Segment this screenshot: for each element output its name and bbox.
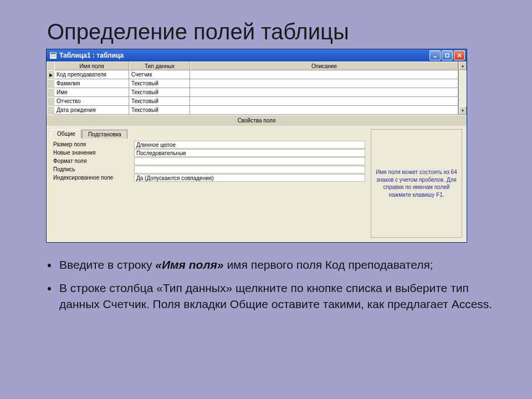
cell-desc[interactable]	[190, 97, 458, 106]
slide-title: Определение полей таблицы	[47, 19, 502, 44]
cell-type[interactable]: Текстовый	[129, 97, 190, 106]
cell-name[interactable]: Код преподавателя	[54, 70, 129, 79]
row-marker[interactable]	[47, 106, 54, 115]
field-properties-title: Свойства поля	[47, 115, 467, 126]
scroll-track[interactable]	[459, 70, 467, 106]
cell-desc[interactable]	[190, 70, 458, 79]
prop-label: Размер поля	[51, 141, 134, 147]
property-row[interactable]: Размер поля Длинное целое	[51, 140, 365, 149]
prop-value[interactable]: Длинное целое	[134, 141, 365, 149]
window-buttons	[429, 50, 465, 60]
prop-label: Подпись	[51, 166, 134, 172]
access-window: Таблица1 : таблица Имя поля Тип данных О…	[46, 49, 467, 243]
col-header-desc[interactable]: Описание	[190, 62, 458, 70]
close-button[interactable]	[454, 50, 465, 60]
table-icon	[49, 52, 57, 59]
grid-header-row: Имя поля Тип данных Описание	[47, 62, 458, 70]
property-list: Размер поля Длинное целое Новые значения…	[51, 140, 365, 182]
field-properties-pane: Общие Подстановка Размер поля Длинное це…	[47, 126, 467, 242]
svg-rect-3	[50, 56, 56, 57]
bullet-emph: «Имя поля»	[155, 258, 223, 271]
vertical-scrollbar[interactable]: ▲ ▼	[458, 62, 467, 115]
prop-value[interactable]: Да (Допускаются совпадения)	[134, 174, 365, 182]
svg-rect-2	[50, 54, 56, 55]
bullet-text: имя первого поля Код преподавателя;	[224, 258, 433, 271]
bullet-text: Введите в строку	[59, 258, 155, 271]
property-row[interactable]: Индексированное поле Да (Допускаются сов…	[51, 173, 365, 182]
scroll-up-icon[interactable]: ▲	[459, 62, 467, 70]
cell-name[interactable]: Дата рождения	[54, 106, 129, 115]
cell-type[interactable]: Счетчик	[129, 70, 190, 79]
cell-desc[interactable]	[190, 106, 458, 115]
grid-row[interactable]: ▶ Код преподавателя Счетчик	[47, 70, 458, 79]
row-marker[interactable]	[47, 79, 54, 88]
prop-value[interactable]	[134, 166, 365, 173]
scroll-down-icon[interactable]: ▼	[459, 106, 467, 115]
row-marker[interactable]	[47, 88, 54, 97]
slide: Определение полей таблицы Таблица1 : таб…	[0, 0, 532, 399]
svg-rect-1	[50, 53, 56, 54]
cell-desc[interactable]	[190, 79, 458, 88]
tabs: Общие Подстановка	[51, 129, 365, 138]
grid-row[interactable]: Имя Текстовый	[47, 88, 458, 97]
grid-row[interactable]: Отчество Текстовый	[47, 97, 458, 106]
cell-type[interactable]: Текстовый	[129, 79, 190, 88]
field-grid: Имя поля Тип данных Описание ▶ Код препо…	[47, 62, 467, 115]
prop-value[interactable]: Последовательные	[134, 149, 365, 157]
col-header-type[interactable]: Тип данных	[129, 62, 190, 70]
properties-left: Общие Подстановка Размер поля Длинное це…	[51, 129, 365, 238]
minimize-button[interactable]	[429, 50, 441, 60]
bullet-item: Введите в строку «Имя поля» имя первого …	[58, 257, 502, 273]
svg-rect-5	[446, 54, 449, 57]
tab-lookup[interactable]: Подстановка	[82, 130, 127, 139]
cell-type[interactable]: Текстовый	[129, 88, 190, 97]
bullet-list: Введите в строку «Имя поля» имя первого …	[46, 257, 502, 312]
col-header-name[interactable]: Имя поля	[54, 62, 129, 70]
cell-name[interactable]: Имя	[54, 88, 129, 97]
bullet-item: В строке столбца «Тип данных» щелкните п…	[58, 280, 502, 312]
prop-value[interactable]	[134, 157, 365, 165]
maximize-button[interactable]	[442, 50, 453, 60]
titlebar[interactable]: Таблица1 : таблица	[47, 49, 467, 62]
cell-type[interactable]: Текстовый	[129, 106, 190, 115]
help-pane: Имя поля может состоять из 64 знаков с у…	[371, 129, 462, 238]
tab-general[interactable]: Общие	[51, 129, 81, 138]
grid-row[interactable]: Фамилия Текстовый	[47, 79, 458, 88]
window-title: Таблица1 : таблица	[59, 52, 429, 59]
svg-rect-4	[433, 57, 437, 58]
rowhandle-corner	[47, 62, 54, 70]
row-marker[interactable]	[47, 97, 54, 106]
prop-label: Новые значения	[51, 150, 134, 156]
property-row[interactable]: Подпись	[51, 165, 365, 173]
prop-label: Формат поля	[51, 158, 134, 164]
row-marker[interactable]: ▶	[47, 70, 54, 79]
property-row[interactable]: Новые значения Последовательные	[51, 149, 365, 157]
grid-row[interactable]: Дата рождения Текстовый	[47, 106, 458, 115]
cell-desc[interactable]	[190, 88, 458, 97]
cell-name[interactable]: Отчество	[54, 97, 129, 106]
prop-label: Индексированное поле	[51, 175, 134, 181]
cell-name[interactable]: Фамилия	[54, 79, 129, 88]
property-row[interactable]: Формат поля	[51, 157, 365, 165]
